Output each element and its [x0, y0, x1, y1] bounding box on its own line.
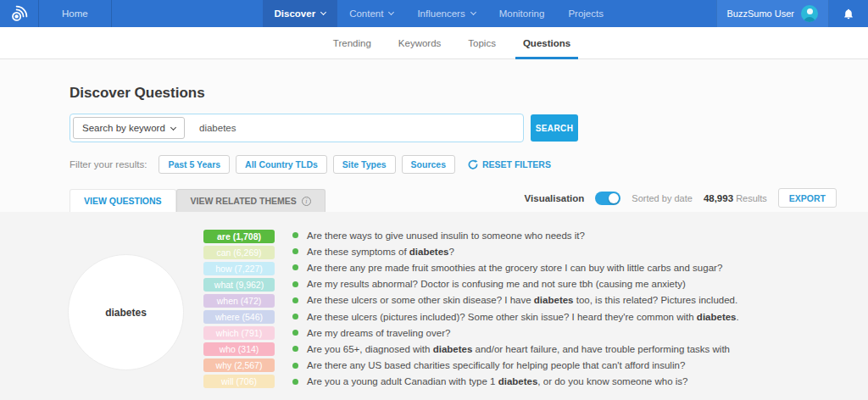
theme-tag-will[interactable]: will (706)	[203, 375, 275, 388]
question-row[interactable]: Are there any US based charities specifi…	[292, 358, 851, 374]
nav-item-label: Monitoring	[499, 8, 545, 19]
results-count-word: Results	[736, 193, 767, 203]
question-row[interactable]: Are these ulcers (pictures included)? So…	[292, 308, 851, 325]
bullet-icon	[292, 363, 298, 369]
question-text: Are my results abnormal? Doctor is confu…	[307, 279, 686, 289]
subnav-item-topics[interactable]: Topics	[460, 27, 504, 58]
visualisation-label: Visualisation	[525, 193, 585, 203]
tab-view-related-themes[interactable]: VIEW RELATED THEMESi	[176, 189, 326, 212]
nav-item-label: Projects	[568, 8, 604, 19]
theme-tag-are[interactable]: are (1,708)	[203, 230, 275, 243]
results-count: 48,993 Results	[704, 193, 767, 203]
search-type-dropdown[interactable]: Search by keyword	[73, 117, 185, 139]
question-text: Are you a young adult Canadian with type…	[307, 376, 687, 386]
filters-label: Filter your results:	[70, 159, 147, 169]
nav-item-label: Influencers	[417, 8, 465, 19]
nav-item-home[interactable]: Home	[39, 0, 112, 27]
question-row[interactable]: Are my dreams of traveling over?	[292, 325, 851, 341]
question-row[interactable]: Are these symptoms of diabetes?	[292, 243, 851, 259]
search-section: Discover Questions Search by keyword SEA…	[0, 59, 868, 212]
filter-button-all-country-tlds[interactable]: All Country TLDs	[236, 155, 327, 174]
question-row[interactable]: Are these ulcers or some other skin dise…	[292, 292, 851, 308]
theme-tag-who[interactable]: who (314)	[203, 342, 275, 356]
filter-buttons: Past 5 YearsAll Country TLDsSite TypesSo…	[159, 155, 455, 174]
nav-item-label: Home	[62, 8, 88, 19]
chevron-down-icon	[470, 9, 476, 15]
chevron-down-icon	[170, 124, 176, 130]
nav-item-monitoring[interactable]: Monitoring	[487, 0, 557, 27]
tab-label: VIEW RELATED THEMES	[191, 196, 297, 206]
bullet-icon	[292, 346, 298, 352]
theme-tag-when[interactable]: when (472)	[203, 294, 275, 308]
subnav-item-keywords[interactable]: Keywords	[391, 27, 449, 58]
search-box: Search by keyword	[70, 114, 524, 142]
theme-tag-what[interactable]: what (9,962)	[203, 278, 275, 292]
user-name: BuzzSumo User	[727, 8, 794, 19]
bell-icon	[843, 8, 854, 20]
filters-row: Filter your results: Past 5 YearsAll Cou…	[70, 155, 837, 174]
search-term-bubble[interactable]: diabetes	[68, 254, 184, 370]
nav-item-projects[interactable]: Projects	[556, 0, 615, 27]
toolbar-controls: Visualisation Sorted by date 48,993 Resu…	[525, 188, 837, 212]
subnav-item-questions[interactable]: Questions	[515, 27, 578, 58]
nav-item-discover[interactable]: Discover	[263, 0, 338, 27]
subnav-item-trending[interactable]: Trending	[326, 27, 379, 58]
search-term-label: diabetes	[105, 307, 147, 319]
chevron-down-icon	[320, 9, 326, 15]
view-tabs: VIEW QUESTIONSVIEW RELATED THEMESi	[70, 189, 326, 212]
chevron-down-icon	[388, 9, 394, 15]
question-text: Are there any US based charities specifi…	[307, 360, 685, 370]
navbar-spacer	[112, 0, 263, 27]
search-input[interactable]	[187, 123, 523, 133]
theme-tag-can[interactable]: can (6,269)	[203, 246, 275, 259]
reset-filters-button[interactable]: RESET FILTERS	[468, 159, 551, 169]
user-avatar	[801, 5, 818, 22]
export-button[interactable]: EXPORT	[778, 188, 837, 208]
avatar-torso	[804, 17, 815, 22]
question-row[interactable]: Are my results abnormal? Doctor is confu…	[292, 276, 851, 292]
bullet-icon	[292, 232, 298, 238]
tab-label: VIEW QUESTIONS	[84, 196, 162, 206]
user-menu[interactable]: BuzzSumo User	[716, 0, 829, 27]
theme-tag-how[interactable]: how (7,227)	[203, 262, 275, 275]
question-row[interactable]: Are there ways to give unused insulin to…	[292, 227, 851, 243]
filter-button-sources[interactable]: Sources	[402, 155, 455, 174]
bullet-icon	[292, 379, 298, 385]
theme-tag-where[interactable]: where (546)	[203, 310, 275, 324]
question-text: Are these ulcers (pictures included)? So…	[307, 312, 739, 322]
avatar-head	[807, 8, 813, 14]
reset-icon	[468, 159, 478, 169]
question-row[interactable]: Are there any pre made fruit smoothies a…	[292, 259, 851, 275]
info-icon: i	[302, 197, 311, 206]
filter-button-past-5-years[interactable]: Past 5 Years	[159, 155, 230, 174]
theme-tag-why[interactable]: why (2,567)	[203, 358, 275, 372]
filter-button-site-types[interactable]: Site Types	[333, 155, 396, 174]
buzzsumo-logo[interactable]	[0, 0, 39, 27]
bullet-icon	[292, 330, 298, 336]
bullet-icon	[292, 264, 298, 270]
results-toolbar: VIEW QUESTIONSVIEW RELATED THEMESi Visua…	[70, 188, 837, 212]
reset-filters-label: RESET FILTERS	[482, 159, 551, 169]
bullet-icon	[292, 281, 298, 287]
questions-list: Are there ways to give unused insulin to…	[292, 227, 851, 390]
top-navbar: Home DiscoverContentInfluencersMonitorin…	[0, 0, 868, 27]
question-row[interactable]: Are you 65+, diagnosed with diabetes and…	[292, 341, 851, 357]
search-button[interactable]: SEARCH	[531, 114, 578, 142]
visualisation-toggle[interactable]	[595, 192, 620, 205]
theme-tag-which[interactable]: which (791)	[203, 326, 275, 340]
theme-tag-list: are (1,708)can (6,269)how (7,227)what (9…	[203, 230, 275, 388]
question-text: Are these symptoms of diabetes?	[307, 247, 454, 257]
tab-view-questions[interactable]: VIEW QUESTIONS	[70, 189, 176, 212]
results-count-number: 48,993	[704, 193, 733, 203]
nav-item-influencers[interactable]: Influencers	[405, 0, 487, 27]
question-text: Are there any pre made fruit smoothies a…	[307, 263, 722, 273]
bullet-icon	[292, 248, 298, 254]
nav-item-label: Content	[349, 8, 383, 19]
nav-item-content[interactable]: Content	[337, 0, 405, 27]
bullet-icon	[292, 314, 298, 319]
question-row[interactable]: Are you a young adult Canadian with type…	[292, 374, 851, 390]
nav-item-label: Discover	[275, 8, 316, 19]
buzzsumo-logo-icon	[10, 4, 29, 23]
results-panel: diabetes are (1,708)can (6,269)how (7,22…	[0, 212, 868, 400]
notifications-button[interactable]	[829, 0, 868, 27]
